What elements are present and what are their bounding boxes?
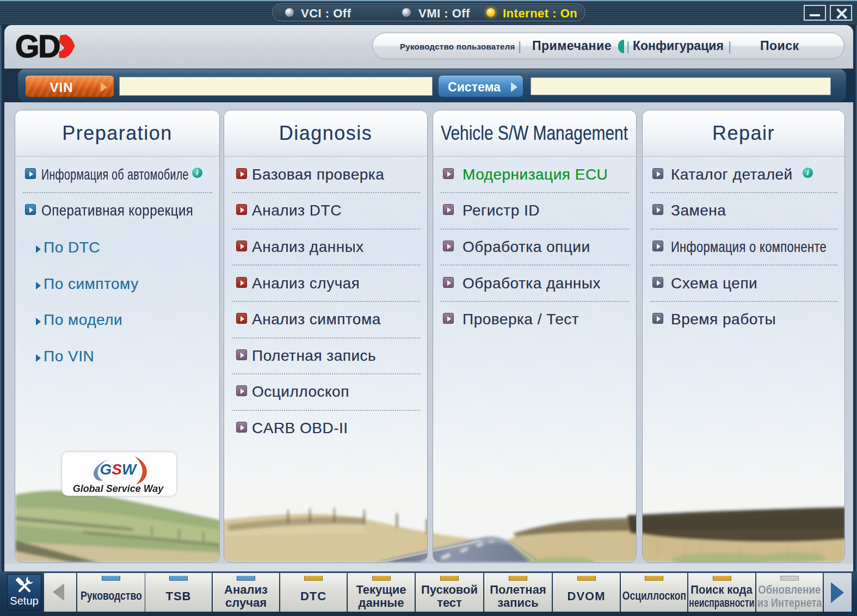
svg-text:GD: GD <box>15 32 60 60</box>
svg-text:GSW: GSW <box>100 461 138 478</box>
svg-text:Global Service Way: Global Service Way <box>73 483 164 494</box>
